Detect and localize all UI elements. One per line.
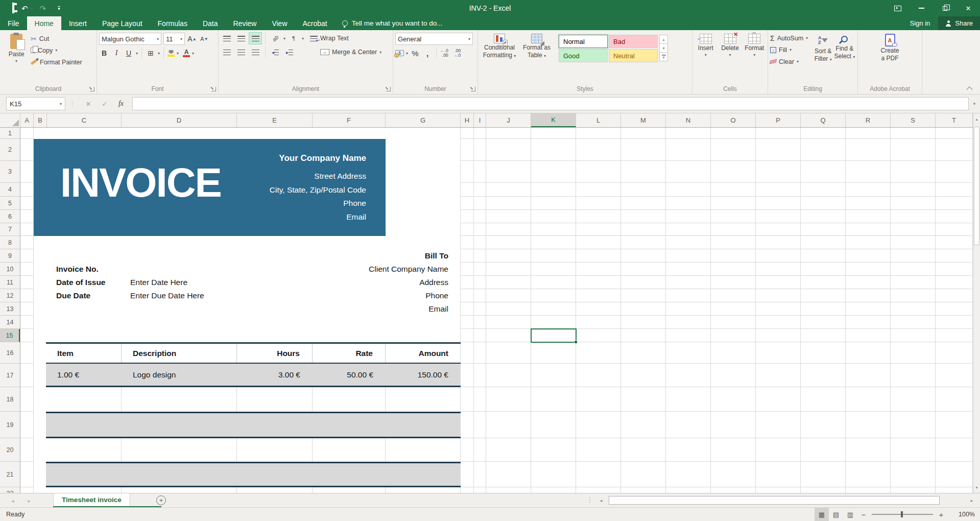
minimize-button[interactable]: [910, 0, 933, 16]
vertical-scroll-thumb[interactable]: [974, 127, 979, 245]
paste-button[interactable]: Paste ▾: [2, 32, 31, 84]
tab-acrobat[interactable]: Acrobat: [295, 16, 335, 30]
row-header-18[interactable]: 18: [0, 387, 20, 412]
align-right-button[interactable]: [249, 46, 261, 58]
invoice-table-cell[interactable]: 3.00 €: [237, 364, 313, 386]
horizontal-scrollbar[interactable]: ◂ ▸: [596, 495, 976, 505]
zoom-in-button[interactable]: +: [935, 510, 947, 519]
sheet-nav-next-button[interactable]: ▸: [22, 493, 36, 508]
font-color-dropdown-icon[interactable]: ▾: [192, 51, 194, 56]
selected-cell[interactable]: [531, 328, 577, 343]
scroll-left-button[interactable]: ◂: [596, 498, 606, 503]
column-header-K[interactable]: K: [531, 113, 576, 127]
find-select-button[interactable]: Find & Select ▾: [834, 32, 855, 84]
sort-filter-button[interactable]: AZ Sort & Filter ▾: [812, 32, 834, 84]
cells-format-button[interactable]: Format▾: [743, 32, 766, 84]
column-header-J[interactable]: J: [486, 113, 531, 127]
row-header-9[interactable]: 9: [0, 249, 20, 263]
tab-review[interactable]: Review: [226, 16, 265, 30]
zoom-level[interactable]: 100%: [950, 511, 975, 518]
enter-button[interactable]: ✓: [97, 97, 113, 110]
invoice-table-cell[interactable]: 50.00 €: [313, 364, 386, 386]
align-left-button[interactable]: [221, 46, 233, 58]
copy-button[interactable]: Copy ▾: [31, 44, 82, 56]
column-header-B[interactable]: B: [34, 113, 47, 127]
tell-me-box[interactable]: Tell me what you want to do...: [342, 16, 443, 30]
name-box-dropdown-icon[interactable]: ▾: [60, 102, 62, 106]
fill-color-button[interactable]: [168, 50, 175, 57]
tab-page-layout[interactable]: Page Layout: [94, 16, 150, 30]
formula-input[interactable]: [132, 97, 969, 110]
autosum-dropdown-icon[interactable]: ▾: [806, 36, 808, 40]
row-header-4[interactable]: 4: [0, 183, 20, 197]
row-header-1[interactable]: 1: [0, 128, 20, 139]
column-header-L[interactable]: L: [576, 113, 621, 127]
text-direction-button[interactable]: ¶: [288, 33, 300, 44]
view-normal-button[interactable]: ▦: [815, 508, 829, 521]
sheet-tab-active[interactable]: Timesheet invoice: [53, 493, 130, 506]
cells-delete-button[interactable]: Delete▾: [719, 32, 742, 84]
clear-button[interactable]: Clear ▾: [770, 56, 812, 67]
column-header-A[interactable]: A: [20, 113, 34, 127]
orientation-dropdown-icon[interactable]: ▾: [283, 36, 285, 41]
row-header-11[interactable]: 11: [0, 276, 20, 289]
undo-button[interactable]: ↶: [21, 5, 28, 12]
underline-dropdown-icon[interactable]: ▾: [136, 51, 138, 56]
bold-button[interactable]: B: [99, 48, 109, 59]
save-button[interactable]: [12, 4, 14, 13]
name-box[interactable]: K15 ▾: [6, 97, 65, 110]
gallery-scroll-down-button[interactable]: ▾: [659, 43, 668, 53]
row-header-15[interactable]: 15: [0, 329, 20, 342]
row-header-5[interactable]: 5: [0, 197, 20, 210]
alignment-dialog-launcher[interactable]: [386, 87, 391, 91]
style-good[interactable]: Good: [559, 49, 608, 62]
autosum-button[interactable]: Σ AutoSum ▾: [770, 32, 812, 44]
ribbon-display-options-button[interactable]: [886, 0, 910, 16]
sheet-grid[interactable]: INVOICE Your Company Name Street Address…: [0, 128, 973, 493]
decrease-decimal-button[interactable]: .00 →.0: [453, 49, 461, 58]
view-page-layout-button[interactable]: ▤: [829, 508, 843, 521]
column-header-H[interactable]: H: [461, 113, 474, 127]
zoom-slider[interactable]: [872, 514, 933, 515]
decrease-font-button[interactable]: A▼: [199, 34, 209, 44]
style-neutral[interactable]: Neutral: [609, 49, 658, 62]
increase-decimal-button[interactable]: ←.0 .00: [440, 49, 448, 58]
new-sheet-button[interactable]: +: [156, 495, 166, 505]
accounting-dropdown-icon[interactable]: ▾: [406, 51, 408, 56]
column-header-R[interactable]: R: [846, 113, 891, 127]
fill-color-dropdown-icon[interactable]: ▾: [177, 51, 179, 56]
row-header-3[interactable]: 3: [0, 161, 20, 183]
number-dialog-launcher[interactable]: [471, 87, 475, 91]
zoom-out-button[interactable]: −: [857, 510, 870, 519]
invoice-table-cell[interactable]: 1.00 €: [46, 364, 122, 386]
cancel-button[interactable]: ✕: [80, 97, 97, 110]
tab-file[interactable]: File: [0, 16, 27, 30]
tab-data[interactable]: Data: [195, 16, 226, 30]
align-middle-button[interactable]: [235, 33, 247, 44]
invoice-table-cell[interactable]: 150.00 €: [386, 364, 461, 386]
column-header-C[interactable]: C: [47, 113, 122, 127]
sheet-nav-prev-button[interactable]: ◂: [6, 493, 19, 508]
collapse-ribbon-button[interactable]: [966, 86, 973, 93]
row-header-22[interactable]: 22: [0, 487, 20, 493]
percent-style-button[interactable]: %: [410, 48, 420, 59]
merge-center-dropdown-icon[interactable]: ▾: [379, 50, 381, 55]
accounting-format-button[interactable]: $: [395, 50, 404, 56]
format-as-table-button[interactable]: Format as Table ▾: [519, 32, 555, 84]
font-dialog-launcher[interactable]: [211, 87, 216, 91]
undo-dropdown-icon[interactable]: ▾: [31, 6, 33, 11]
tab-formulas[interactable]: Formulas: [150, 16, 195, 30]
insert-function-button[interactable]: fx: [113, 97, 129, 110]
redo-button[interactable]: ↷: [40, 5, 46, 12]
scroll-up-button[interactable]: ▴: [973, 113, 980, 125]
column-header-E[interactable]: E: [237, 113, 313, 127]
row-header-12[interactable]: 12: [0, 289, 20, 302]
gallery-more-button[interactable]: ▾: [659, 52, 668, 61]
select-all-button[interactable]: [0, 113, 20, 127]
row-header-21[interactable]: 21: [0, 462, 20, 487]
vertical-scrollbar[interactable]: ▴ ▾: [973, 113, 980, 493]
borders-dropdown-icon[interactable]: ▾: [158, 51, 160, 56]
style-normal[interactable]: Normal: [559, 35, 608, 48]
zoom-slider-thumb[interactable]: [901, 511, 903, 517]
tab-insert[interactable]: Insert: [61, 16, 94, 30]
